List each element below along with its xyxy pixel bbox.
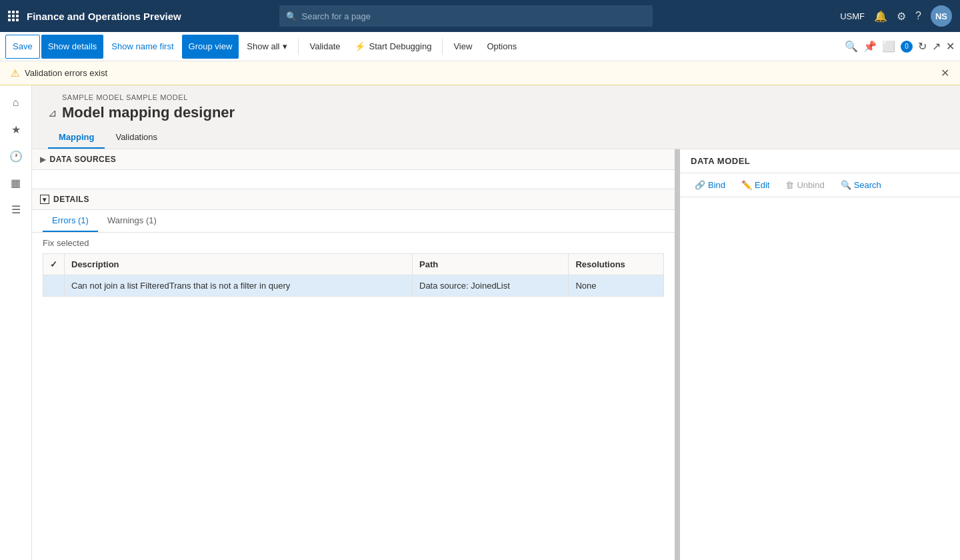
search-button[interactable]: 🔍 Search xyxy=(834,177,888,193)
top-nav-bar: Finance and Operations Preview 🔍 Search … xyxy=(0,0,960,32)
view-button[interactable]: View xyxy=(447,35,479,59)
command-bar: Save Show details Show name first Group … xyxy=(0,32,960,61)
data-model-content xyxy=(680,197,960,560)
main-layout: ⌂ ★ 🕐 ▦ ☰ ⊿ SAMPLE MODEL SAMPLE MODEL Mo… xyxy=(0,85,960,560)
left-panel: ▶ DATA SOURCES ▼ DETAILS Errors (1) Warn… xyxy=(32,149,677,560)
filter-icon[interactable]: ⊿ xyxy=(48,107,57,119)
details-collapse-icon: ▼ xyxy=(40,195,49,204)
details-header[interactable]: ▼ DETAILS xyxy=(32,189,675,210)
global-search-box[interactable]: 🔍 Search for a page xyxy=(279,5,653,27)
settings-icon[interactable]: ⚙ xyxy=(897,10,906,23)
tab-errors[interactable]: Errors (1) xyxy=(43,210,98,232)
unbind-label: Unbind xyxy=(797,180,824,190)
tab-mapping[interactable]: Mapping xyxy=(48,127,105,149)
col-check: ✓ xyxy=(43,254,65,275)
fix-selected-bar: Fix selected xyxy=(32,233,675,253)
unbind-button[interactable]: 🗑 Unbind xyxy=(779,177,831,193)
favorites-icon[interactable]: ★ xyxy=(4,117,28,141)
sidebar-icons: ⌂ ★ 🕐 ▦ ☰ xyxy=(0,85,32,560)
notification-icon[interactable]: 🔔 xyxy=(874,10,887,23)
row-path: Data source: JoinedList xyxy=(413,275,569,297)
user-company: USMF xyxy=(840,11,865,21)
chevron-down-icon: ▾ xyxy=(283,41,287,51)
search-placeholder: Search for a page xyxy=(302,11,371,21)
search-label: Search xyxy=(854,180,881,190)
banner-close-button[interactable]: ✕ xyxy=(941,67,949,79)
data-sources-expand-icon: ▶ xyxy=(40,155,46,164)
details-inner-tabs: Errors (1) Warnings (1) xyxy=(32,210,675,233)
details-label: DETAILS xyxy=(53,195,89,204)
bind-button[interactable]: 🔗 Bind xyxy=(688,177,732,193)
col-description: Description xyxy=(65,254,413,275)
fix-selected-label[interactable]: Fix selected xyxy=(43,238,89,248)
layout-icon[interactable]: ⬜ xyxy=(882,40,895,53)
edit-label: Edit xyxy=(755,180,769,190)
app-title: Finance and Operations Preview xyxy=(27,11,181,22)
tab-validations[interactable]: Validations xyxy=(105,127,168,149)
user-avatar[interactable]: NS xyxy=(931,5,952,27)
validate-button[interactable]: Validate xyxy=(303,35,347,59)
start-debugging-label: Start Debugging xyxy=(369,41,431,51)
separator-2 xyxy=(442,39,443,55)
data-sources-label: DATA SOURCES xyxy=(50,155,117,164)
group-view-button[interactable]: Group view xyxy=(182,35,239,59)
open-icon[interactable]: ↗ xyxy=(932,40,941,53)
col-path: Path xyxy=(413,254,569,275)
list-icon[interactable]: ☰ xyxy=(4,197,28,221)
page-title: Model mapping designer xyxy=(62,104,235,121)
errors-data-table: ✓ Description Path Resolutions Can not j… xyxy=(43,253,664,297)
row-check[interactable] xyxy=(43,275,65,297)
details-section: ▼ DETAILS Errors (1) Warnings (1) Fix se… xyxy=(32,189,675,560)
pin-icon[interactable]: 📌 xyxy=(863,40,877,53)
breadcrumb: SAMPLE MODEL SAMPLE MODEL xyxy=(62,93,235,101)
show-name-first-button[interactable]: Show name first xyxy=(105,35,180,59)
top-nav-right: USMF 🔔 ⚙ ? NS xyxy=(840,5,952,27)
warning-icon: ⚠ xyxy=(11,67,19,79)
close-icon[interactable]: ✕ xyxy=(946,40,955,53)
data-model-header: DATA MODEL xyxy=(680,149,960,173)
search-icon-right: 🔍 xyxy=(841,180,851,190)
grid-icon[interactable]: ▦ xyxy=(4,171,28,195)
save-button[interactable]: Save xyxy=(5,35,40,59)
search-cmd-icon[interactable]: 🔍 xyxy=(845,40,858,53)
options-button[interactable]: Options xyxy=(480,35,523,59)
start-debugging-button[interactable]: ⚡ Start Debugging xyxy=(348,35,438,59)
show-details-button[interactable]: Show details xyxy=(41,35,104,59)
search-icon: 🔍 xyxy=(286,11,297,21)
show-all-button[interactable]: Show all ▾ xyxy=(240,35,294,59)
help-icon[interactable]: ? xyxy=(915,10,921,22)
waffle-menu[interactable] xyxy=(8,11,19,21)
right-panel: DATA MODEL 🔗 Bind ✏️ Edit 🗑 Unbind xyxy=(680,149,960,560)
tab-warnings[interactable]: Warnings (1) xyxy=(98,210,166,232)
table-row[interactable]: Can not join a list FilteredTrans that i… xyxy=(43,275,664,297)
errors-table: ✓ Description Path Resolutions Can not j… xyxy=(32,253,675,560)
refresh-icon[interactable]: ↻ xyxy=(918,40,927,53)
home-icon[interactable]: ⌂ xyxy=(4,91,28,115)
edit-icon: ✏️ xyxy=(741,180,752,190)
content-area: ⊿ SAMPLE MODEL SAMPLE MODEL Model mappin… xyxy=(32,85,960,560)
data-model-actions: 🔗 Bind ✏️ Edit 🗑 Unbind 🔍 Search xyxy=(680,173,960,197)
validation-banner: ⚠ Validation errors exist ✕ xyxy=(0,61,960,85)
bind-label: Bind xyxy=(708,180,725,190)
row-resolutions: None xyxy=(569,275,664,297)
main-tabs: Mapping Validations xyxy=(32,127,960,149)
data-sources-section: ▶ DATA SOURCES xyxy=(32,149,675,189)
notification-badge: 0 xyxy=(901,41,913,53)
debug-icon: ⚡ xyxy=(355,41,365,51)
bind-icon: 🔗 xyxy=(695,180,705,190)
row-description: Can not join a list FilteredTrans that i… xyxy=(65,275,413,297)
unbind-icon: 🗑 xyxy=(785,180,794,190)
recent-icon[interactable]: 🕐 xyxy=(4,144,28,168)
validation-message: Validation errors exist xyxy=(25,68,107,78)
split-panel: ▶ DATA SOURCES ▼ DETAILS Errors (1) Warn… xyxy=(32,149,960,560)
show-all-label: Show all xyxy=(247,41,279,51)
page-header: ⊿ SAMPLE MODEL SAMPLE MODEL Model mappin… xyxy=(32,85,960,127)
col-resolutions: Resolutions xyxy=(569,254,664,275)
separator-1 xyxy=(298,39,299,55)
data-sources-header[interactable]: ▶ DATA SOURCES xyxy=(32,149,675,170)
edit-button[interactable]: ✏️ Edit xyxy=(735,177,776,193)
